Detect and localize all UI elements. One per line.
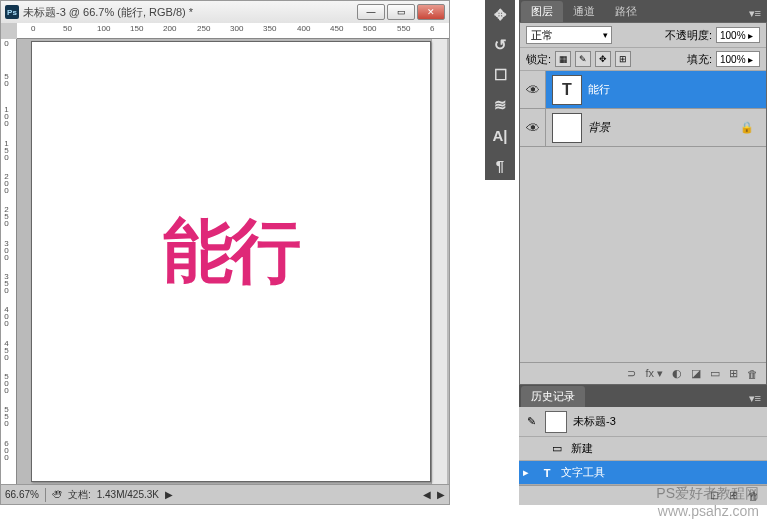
tab-paths[interactable]: 路径 (605, 1, 647, 22)
history-snapshot[interactable]: ✎ 未标题-3 (519, 407, 767, 437)
layers-empty (520, 147, 766, 362)
canvas[interactable]: 能行 (31, 41, 431, 482)
panel-tabs: 图层 通道 路径 ▾≡ (519, 0, 767, 22)
fill-label: 填充: (687, 52, 712, 67)
layers-list: 👁 T 能行 👁 背景 🔒 (520, 71, 766, 147)
layers-footer: ⊃ fx ▾ ◐ ◪ ▭ ⊞ 🗑 (520, 362, 766, 384)
layer-thumb (552, 113, 582, 143)
history-item[interactable]: ▸ T 文字工具 (519, 461, 767, 485)
trash-icon[interactable]: 🗑 (747, 368, 758, 380)
tab-channels[interactable]: 通道 (563, 1, 605, 22)
canvas-area: 能行 (17, 39, 449, 484)
tool-column: ✥ ↺ ☐ ≋ A| ¶ (485, 0, 515, 180)
scrollbar-vertical[interactable] (431, 39, 447, 484)
scroll-left[interactable]: ◀ (423, 489, 431, 500)
move-icon[interactable]: ✥ (489, 4, 511, 26)
rect-icon[interactable]: ☐ (489, 64, 511, 86)
opacity-input[interactable]: 100% ▸ (716, 27, 760, 43)
document-window: Ps 未标题-3 @ 66.7% (能行, RGB/8) * — ▭ ✕ 0 5… (0, 0, 450, 505)
fill-input[interactable]: 100% ▸ (716, 51, 760, 67)
history-marker: ▸ (523, 466, 533, 479)
stamp-icon[interactable]: ≋ (489, 94, 511, 116)
paragraph-icon[interactable]: ¶ (489, 154, 511, 176)
panel-menu-icon[interactable]: ▾≡ (743, 5, 767, 22)
close-button[interactable]: ✕ (417, 4, 445, 20)
layer-name: 背景 (588, 120, 610, 135)
adjust-icon[interactable]: ◪ (691, 367, 701, 380)
blend-row: 正常 不透明度: 100% ▸ (520, 23, 766, 48)
tab-layers[interactable]: 图层 (521, 1, 563, 22)
brush-icon: ✎ (523, 415, 539, 428)
opacity-label: 不透明度: (665, 28, 712, 43)
mask-icon[interactable]: ◐ (672, 367, 682, 380)
statusbar: 66.67% 🖑 文档: 1.43M/425.3K ▶ ◀ ▶ (1, 484, 449, 504)
visibility-icon[interactable]: 👁 (520, 109, 546, 146)
lock-all-icon[interactable]: ⊞ (615, 51, 631, 67)
maximize-button[interactable]: ▭ (387, 4, 415, 20)
history-tabs: 历史记录 ▾≡ (519, 385, 767, 407)
doc-info: 1.43M/425.3K (97, 489, 159, 500)
minimize-button[interactable]: — (357, 4, 385, 20)
ruler-vertical[interactable]: 0 50 100 150 200 250 300 350 400 450 500… (1, 39, 17, 484)
layer-item[interactable]: 👁 背景 🔒 (520, 109, 766, 147)
group-icon[interactable]: ▭ (710, 367, 720, 380)
layers-panel: 正常 不透明度: 100% ▸ 锁定: ▦ ✎ ✥ ⊞ 填充: 100% ▸ 👁… (519, 22, 767, 385)
layer-name: 能行 (588, 82, 610, 97)
snapshot-name: 未标题-3 (573, 414, 616, 429)
history-label: 新建 (571, 441, 593, 456)
lock-transparent-icon[interactable]: ▦ (555, 51, 571, 67)
lock-label: 锁定: (526, 52, 551, 67)
layer-item[interactable]: 👁 T 能行 (520, 71, 766, 109)
lock-position-icon[interactable]: ✥ (595, 51, 611, 67)
blend-mode-select[interactable]: 正常 (526, 26, 612, 44)
new-layer-icon[interactable]: ⊞ (729, 367, 738, 380)
window-controls: — ▭ ✕ (357, 4, 445, 20)
titlebar[interactable]: Ps 未标题-3 @ 66.7% (能行, RGB/8) * — ▭ ✕ (1, 1, 449, 23)
rotate-icon[interactable]: ↺ (489, 34, 511, 56)
layer-thumb: T (552, 75, 582, 105)
lock-icon: 🔒 (740, 121, 754, 134)
link-icon[interactable]: ⊃ (627, 367, 636, 380)
snapshot-thumb (545, 411, 567, 433)
ps-icon: Ps (5, 5, 19, 19)
panel-menu-icon[interactable]: ▾≡ (743, 390, 767, 407)
lock-pixels-icon[interactable]: ✎ (575, 51, 591, 67)
ruler-horizontal[interactable]: 0 50 100 150 200 250 300 350 400 450 500… (17, 23, 449, 39)
watermark: PS爱好者教程网 www.psahz.com (656, 484, 759, 520)
divider (45, 488, 46, 502)
new-doc-icon: ▭ (549, 442, 565, 455)
fx-icon[interactable]: fx ▾ (645, 367, 663, 380)
zoom-level[interactable]: 66.67% (5, 489, 39, 500)
text-tool-icon: T (539, 467, 555, 479)
tab-history[interactable]: 历史记录 (521, 386, 585, 407)
window-title: 未标题-3 @ 66.7% (能行, RGB/8) * (23, 5, 357, 20)
visibility-icon[interactable]: 👁 (520, 71, 546, 108)
scroll-right[interactable]: ▶ (437, 489, 445, 500)
history-item[interactable]: ▭ 新建 (519, 437, 767, 461)
canvas-text: 能行 (163, 205, 299, 299)
info-arrow[interactable]: ▶ (165, 489, 173, 500)
lock-icons: ▦ ✎ ✥ ⊞ (555, 51, 631, 67)
history-label: 文字工具 (561, 465, 605, 480)
doc-label: 文档: (68, 488, 91, 502)
lock-row: 锁定: ▦ ✎ ✥ ⊞ 填充: 100% ▸ (520, 48, 766, 71)
char-panel-icon[interactable]: A| (489, 124, 511, 146)
panels: 图层 通道 路径 ▾≡ 正常 不透明度: 100% ▸ 锁定: ▦ ✎ ✥ ⊞ … (519, 0, 767, 505)
